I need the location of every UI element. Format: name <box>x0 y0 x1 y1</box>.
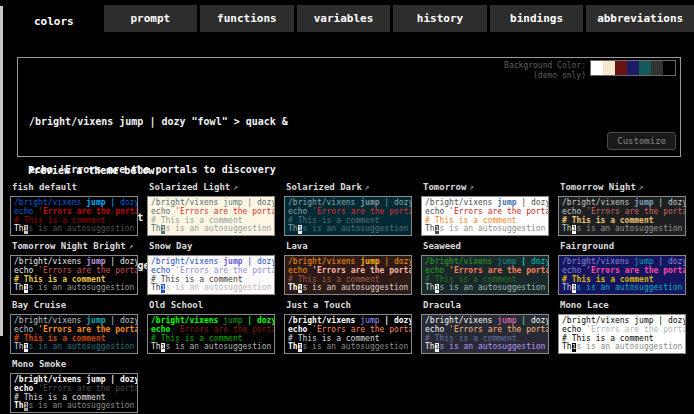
bg-swatch-dark-gray[interactable] <box>651 61 663 75</box>
theme-preview-terminal[interactable]: /bright/vixens jump | dozy "echo 'Errors… <box>147 196 275 236</box>
theme-preview-terminal[interactable]: /bright/vixens jump | dozy "echo 'Errors… <box>421 314 549 354</box>
theme-preview-terminal[interactable]: /bright/vixens jump | dozy "echo 'Errors… <box>558 196 686 236</box>
sample-line4: This is an autosuggestion <box>562 225 682 234</box>
sample-line4: This is an autosuggestion <box>151 284 271 293</box>
theme-title: Old School <box>149 300 275 312</box>
theme-preview-terminal[interactable]: /bright/vixens jump | dozy "echo 'Errors… <box>421 196 549 236</box>
bg-swatch-teal[interactable] <box>639 61 651 75</box>
customize-button[interactable]: Customize <box>607 132 676 150</box>
theme-preview-terminal[interactable]: /bright/vixens jump | dozy "echo 'Errors… <box>147 255 275 295</box>
theme-card-fairground[interactable]: Fairground/bright/vixens jump | dozy "ec… <box>558 240 686 295</box>
tab-abbreviations[interactable]: abbreviations <box>586 5 694 32</box>
theme-preview-terminal[interactable]: /bright/vixens jump | dozy "echo 'Errors… <box>284 314 412 354</box>
bg-swatch-black[interactable] <box>663 61 675 75</box>
external-link-icon: ↗ <box>365 183 370 192</box>
background-color-label: Background Color: (demo only) <box>504 61 586 81</box>
external-link-icon: ↗ <box>129 242 134 251</box>
theme-title: Lava <box>286 241 412 253</box>
theme-preview-terminal[interactable]: /bright/vixens jump | dozy "echo 'Errors… <box>284 196 412 236</box>
theme-card-just-a-touch[interactable]: Just a Touch/bright/vixens jump | dozy "… <box>284 299 412 354</box>
bg-swatch-navy[interactable] <box>627 61 639 75</box>
theme-title: Solarized Light↗ <box>149 182 275 194</box>
theme-title: Tomorrow Night Bright↗ <box>12 241 138 253</box>
tab-bindings[interactable]: bindings <box>490 5 584 32</box>
theme-preview-terminal[interactable]: /bright/vixens jump | dozy "echo 'Errors… <box>10 314 138 354</box>
sample-line4: This is an autosuggestion <box>288 225 408 234</box>
theme-preview-terminal[interactable]: /bright/vixens jump | dozy "echo 'Errors… <box>421 255 549 295</box>
sample-line4: This is an autosuggestion <box>14 343 134 352</box>
tab-history[interactable]: history <box>393 5 487 32</box>
bg-swatch-row <box>590 60 676 76</box>
theme-title: Tomorrow Night↗ <box>560 182 686 194</box>
theme-title: Solarized Dark↗ <box>286 182 412 194</box>
sample-line4: This is an autosuggestion <box>14 402 134 411</box>
theme-title: Mono Lace <box>560 300 686 312</box>
sample-line4: This is an autosuggestion <box>151 343 271 352</box>
theme-grid: fish default/bright/vixens jump | dozy "… <box>10 181 686 413</box>
background-color-label-line1: Background Color: <box>504 61 586 71</box>
theme-preview-terminal[interactable]: /bright/vixens jump | dozy "echo 'Errors… <box>10 196 138 236</box>
theme-card-tomorrow[interactable]: Tomorrow↗/bright/vixens jump | dozy "ech… <box>421 181 549 236</box>
bg-swatch-cream[interactable] <box>603 61 615 75</box>
theme-card-tomorrow-night-bright[interactable]: Tomorrow Night Bright↗/bright/vixens jum… <box>10 240 138 295</box>
external-link-icon: ↗ <box>639 183 644 192</box>
theme-title: Tomorrow↗ <box>423 182 549 194</box>
background-color-label-line2: (demo only) <box>504 71 586 81</box>
theme-card-solarized-dark[interactable]: Solarized Dark↗/bright/vixens jump | doz… <box>284 181 412 236</box>
theme-preview-terminal[interactable]: /bright/vixens jump | dozy "echo 'Errors… <box>284 255 412 295</box>
theme-card-mono-lace[interactable]: Mono Lace/bright/vixens jump | dozy "ech… <box>558 299 686 354</box>
theme-card-old-school[interactable]: Old School/bright/vixens jump | dozy "ec… <box>147 299 275 354</box>
theme-title: Just a Touch <box>286 300 412 312</box>
terminal-line-1: /bright/vixens jump | dozy "fowl" > quac… <box>29 114 288 130</box>
theme-preview-terminal[interactable]: /bright/vixens jump | dozy "echo 'Errors… <box>10 373 138 413</box>
sample-line4: This is an autosuggestion <box>425 343 545 352</box>
theme-title: fish default <box>12 182 138 194</box>
external-link-icon: ↗ <box>469 183 474 192</box>
theme-preview-terminal[interactable]: /bright/vixens jump | dozy "echo 'Errors… <box>147 314 275 354</box>
theme-title: Mono Smoke <box>12 359 138 371</box>
sample-line4: This is an autosuggestion <box>562 343 682 352</box>
sample-line4: This is an autosuggestion <box>562 284 682 293</box>
theme-title: Fairground <box>560 241 686 253</box>
theme-preview-terminal[interactable]: /bright/vixens jump | dozy "echo 'Errors… <box>558 314 686 354</box>
theme-card-bay-cruise[interactable]: Bay Cruise/bright/vixens jump | dozy "ec… <box>10 299 138 354</box>
theme-card-dracula[interactable]: Dracula/bright/vixens jump | dozy "echo … <box>421 299 549 354</box>
color-preview-panel: Background Color: (demo only) /bright/vi… <box>17 57 681 157</box>
theme-title: Bay Cruise <box>12 300 138 312</box>
sample-line4: This is an autosuggestion <box>425 284 545 293</box>
theme-title: Snow Day <box>149 241 275 253</box>
preview-theme-label: Preview a theme below: <box>28 165 160 176</box>
theme-preview-terminal[interactable]: /bright/vixens jump | dozy "echo 'Errors… <box>10 255 138 295</box>
theme-card-fish-default[interactable]: fish default/bright/vixens jump | dozy "… <box>10 181 138 236</box>
tab-variables[interactable]: variables <box>297 5 391 32</box>
tab-colors[interactable]: colors <box>7 5 101 38</box>
sample-line4: This is an autosuggestion <box>14 225 134 234</box>
bg-swatch-dark-red[interactable] <box>615 61 627 75</box>
theme-title: Dracula <box>423 300 549 312</box>
theme-card-tomorrow-night[interactable]: Tomorrow Night↗/bright/vixens jump | doz… <box>558 181 686 236</box>
tab-prompt[interactable]: prompt <box>104 5 198 32</box>
sample-line4: This is an autosuggestion <box>288 284 408 293</box>
left-scrollbar[interactable] <box>0 6 3 336</box>
theme-card-seaweed[interactable]: Seaweed/bright/vixens jump | dozy "echo … <box>421 240 549 295</box>
theme-title: Seaweed <box>423 241 549 253</box>
theme-card-lava[interactable]: Lava/bright/vixens jump | dozy "echo 'Er… <box>284 240 412 295</box>
theme-card-solarized-light[interactable]: Solarized Light↗/bright/vixens jump | do… <box>147 181 275 236</box>
sample-line4: This is an autosuggestion <box>288 343 408 352</box>
tab-functions[interactable]: functions <box>200 5 294 32</box>
theme-preview-terminal[interactable]: /bright/vixens jump | dozy "echo 'Errors… <box>558 255 686 295</box>
tab-bar: colors prompt functions variables histor… <box>7 5 694 38</box>
bg-swatch-white[interactable] <box>591 61 603 75</box>
external-link-icon: ↗ <box>233 183 238 192</box>
theme-card-mono-smoke[interactable]: Mono Smoke/bright/vixens jump | dozy "ec… <box>10 358 138 413</box>
theme-card-snow-day[interactable]: Snow Day/bright/vixens jump | dozy "echo… <box>147 240 275 295</box>
sample-line4: This is an autosuggestion <box>14 284 134 293</box>
sample-line4: This is an autosuggestion <box>151 225 271 234</box>
sample-line4: This is an autosuggestion <box>425 225 545 234</box>
